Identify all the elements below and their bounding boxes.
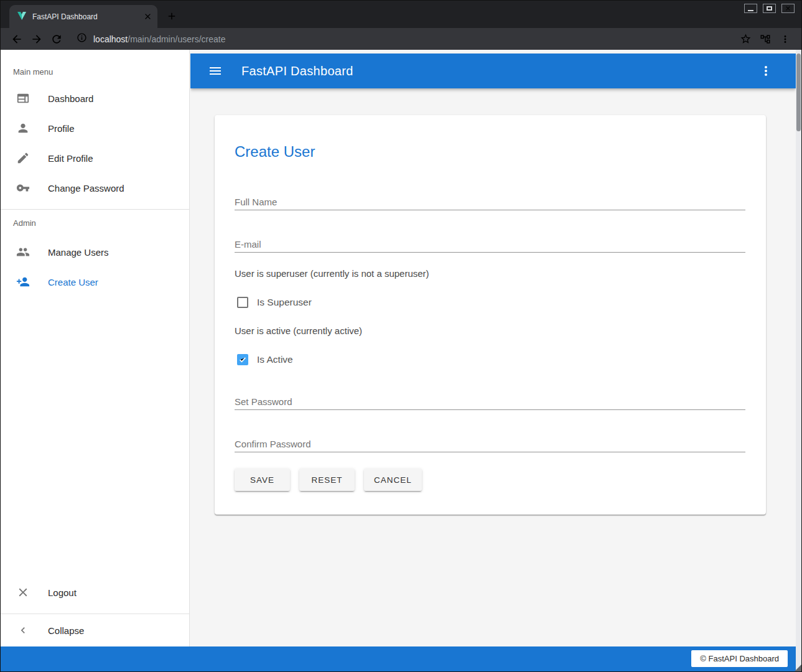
url-path: /main/admin/users/create	[128, 34, 225, 44]
create-user-card: Create User User is superuser (currently…	[215, 115, 766, 515]
sidebar-item-manage-users[interactable]: Manage Users	[1, 237, 189, 267]
sidebar-section-main-menu: Main menu	[1, 66, 189, 78]
back-icon[interactable]	[7, 30, 27, 48]
active-checkbox-row: Is Active	[235, 352, 745, 367]
active-checkbox-label: Is Active	[257, 354, 293, 365]
browser-window: FastAPI Dashboard	[0, 0, 802, 672]
people-icon	[16, 245, 30, 259]
sidebar-main-nav: Dashboard Profile Edit Profile	[1, 83, 189, 203]
sidebar-item-label: Create User	[48, 277, 98, 287]
reset-button[interactable]: RESET	[299, 469, 355, 491]
sidebar-item-label: Edit Profile	[48, 153, 93, 164]
chevron-left-icon	[16, 623, 30, 638]
page-scrollbar[interactable]	[796, 50, 801, 671]
site-info-icon[interactable]	[77, 32, 87, 45]
person-add-icon	[16, 274, 30, 289]
sidebar-section-admin: Admin	[1, 217, 189, 230]
sidebar-bottom: Logout Collapse	[1, 577, 189, 646]
sidebar-item-edit-profile[interactable]: Edit Profile	[1, 143, 189, 173]
app-bar: FastAPI Dashboard	[190, 54, 796, 88]
confirm-password-input[interactable]	[235, 436, 745, 452]
set-password-field	[235, 394, 745, 410]
sidebar-item-label: Dashboard	[48, 93, 93, 104]
url-host: localhost	[93, 34, 128, 44]
dashboard-icon	[16, 91, 30, 106]
close-icon	[16, 585, 30, 600]
scrollbar-thumb[interactable]	[796, 54, 801, 131]
browser-toolbar: localhost/main/admin/users/create	[1, 28, 801, 50]
window-minimize-button[interactable]	[744, 4, 757, 13]
bookmark-star-icon[interactable]	[735, 30, 755, 48]
sidebar-item-change-password[interactable]: Change Password	[1, 173, 189, 203]
full-name-field	[235, 194, 745, 210]
confirm-password-field	[235, 436, 745, 452]
cancel-button[interactable]: CANCEL	[364, 469, 422, 491]
active-note: User is active (currently active)	[235, 325, 745, 337]
sidebar-item-label: Profile	[48, 123, 75, 134]
sidebar-item-label: Change Password	[48, 183, 124, 194]
superuser-note: User is superuser (currently is not a su…	[235, 268, 745, 280]
active-checkbox[interactable]	[237, 354, 248, 365]
sidebar-item-logout[interactable]: Logout	[1, 577, 189, 607]
sidebar-item-collapse[interactable]: Collapse	[1, 614, 189, 646]
email-field	[235, 236, 745, 253]
email-input[interactable]	[235, 236, 745, 253]
sidebar-item-create-user[interactable]: Create User	[1, 267, 189, 297]
browser-titlebar: FastAPI Dashboard	[1, 1, 801, 28]
sidebar-item-dashboard[interactable]: Dashboard	[1, 83, 189, 113]
window-close-button[interactable]	[781, 4, 795, 13]
app-menu-icon[interactable]	[758, 63, 773, 78]
new-tab-button[interactable]	[164, 9, 179, 24]
sidebar: Main menu Dashboard Profile	[1, 50, 190, 646]
tab-close-icon[interactable]	[143, 12, 152, 21]
full-name-input[interactable]	[235, 194, 745, 210]
person-icon	[16, 121, 30, 136]
copyright: © FastAPI Dashboard	[691, 650, 788, 667]
vuetify-logo-icon	[17, 11, 27, 23]
superuser-checkbox-row: Is Superuser	[235, 295, 745, 310]
superuser-checkbox[interactable]	[237, 297, 248, 308]
web-page: Main menu Dashboard Profile	[1, 50, 801, 671]
tab-title: FastAPI Dashboard	[32, 12, 143, 21]
app-footer: © FastAPI Dashboard	[1, 646, 796, 671]
key-icon	[16, 180, 30, 195]
hamburger-menu-icon[interactable]	[208, 63, 223, 78]
window-controls	[744, 4, 795, 13]
sidebar-admin-nav: Manage Users Create User	[1, 237, 189, 297]
form-actions: SAVE RESET CANCEL	[235, 469, 745, 491]
window-maximize-button[interactable]	[763, 4, 776, 13]
resize-grip-icon	[795, 665, 801, 671]
url-text: localhost/main/admin/users/create	[93, 34, 225, 44]
forward-icon[interactable]	[27, 30, 47, 48]
pencil-icon	[16, 151, 30, 166]
superuser-checkbox-label: Is Superuser	[257, 297, 312, 308]
sidebar-item-label: Logout	[48, 587, 77, 598]
page-title: Create User	[235, 142, 745, 161]
sidebar-item-profile[interactable]: Profile	[1, 113, 189, 143]
browser-menu-icon[interactable]	[775, 30, 795, 48]
sidebar-item-label: Collapse	[48, 625, 84, 636]
set-password-input[interactable]	[235, 394, 745, 410]
extension-icon[interactable]	[755, 30, 775, 48]
reload-icon[interactable]	[47, 30, 67, 48]
main-area: FastAPI Dashboard Create User User is su…	[190, 50, 796, 646]
save-button[interactable]: SAVE	[235, 469, 290, 491]
sidebar-divider	[1, 209, 189, 210]
sidebar-item-label: Manage Users	[48, 247, 109, 258]
browser-tab[interactable]: FastAPI Dashboard	[9, 5, 157, 28]
app-title: FastAPI Dashboard	[241, 64, 353, 78]
url-bar[interactable]: localhost/main/admin/users/create	[72, 30, 730, 48]
